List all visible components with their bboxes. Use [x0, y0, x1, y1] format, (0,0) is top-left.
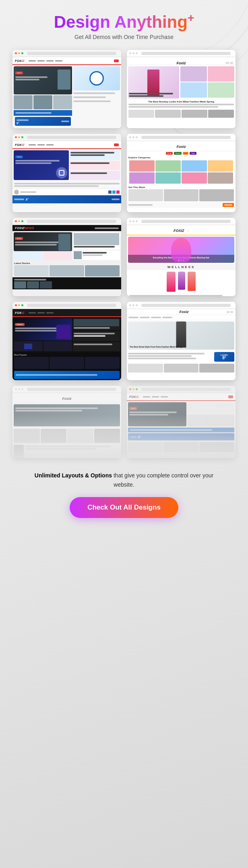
demo-card-9[interactable]: Foxiz — [12, 386, 121, 458]
g-cat: GAMING — [15, 323, 25, 326]
p-1 — [14, 357, 49, 369]
l-3 — [85, 265, 120, 276]
cat-nav: Food Travel Life Style — [127, 151, 236, 156]
dot-y — [132, 388, 134, 390]
product-image — [73, 66, 120, 90]
story-img — [58, 234, 70, 251]
side-article-1 — [70, 150, 120, 160]
category-badge: TECH — [15, 72, 23, 74]
thumb-3 — [53, 95, 72, 109]
hair-feature: Everything You Need to Know About Revers… — [128, 237, 234, 263]
nav-line — [95, 227, 119, 229]
wellness-section: WELLNESS — [127, 264, 236, 270]
cat: TECH — [15, 156, 23, 158]
icon-a — [227, 311, 229, 313]
brand-header: Foxiz — [127, 57, 236, 65]
product-2 — [178, 272, 185, 290]
thumb-2 — [33, 95, 52, 109]
dot-y — [18, 304, 20, 306]
fb-text — [25, 445, 120, 458]
headphone-icon — [89, 71, 104, 86]
dot-r — [15, 304, 17, 306]
demo-card-6[interactable]: FOXIZ ✦ Everything You Need to Know Abou… — [127, 218, 236, 296]
demo-card-2[interactable]: Foxiz — [127, 50, 236, 128]
hot-title: Hot This Week — [128, 186, 234, 188]
demo-card-10[interactable]: FOXIZ TECH — [127, 386, 236, 458]
brand: Foxiz — [176, 145, 186, 149]
bottom-info — [12, 181, 121, 188]
faded-logo: FOXIZ — [129, 395, 139, 399]
dot-r — [15, 136, 17, 138]
main-content: TECH — [12, 65, 121, 128]
gaming-main: GAMING — [14, 318, 72, 351]
caption-line-2 — [129, 95, 163, 97]
highlight-thumbs — [14, 281, 120, 289]
h-line-1 — [15, 160, 60, 162]
cta-button[interactable]: Check Out All Designs — [70, 497, 178, 518]
ht-1 — [14, 281, 26, 289]
hot-3 — [199, 189, 234, 201]
demo-card-5[interactable]: FOXIZNEWS NEWS — [12, 218, 121, 296]
demo-card-3[interactable]: FOXIZ TECH — [12, 134, 121, 212]
g-t-img-1 — [24, 344, 32, 349]
brand-name: Foxiz — [62, 397, 71, 401]
food-8 — [208, 172, 233, 184]
icon-b — [230, 311, 233, 313]
hero-card: TECH — [14, 150, 69, 180]
faded-tech-layout: TECH — [127, 401, 236, 428]
author-name — [20, 191, 36, 193]
dark-article-3 — [73, 342, 120, 351]
dot-3 — [136, 52, 138, 54]
bar — [141, 388, 231, 391]
food-6 — [155, 172, 181, 184]
weather-temp: 8° — [222, 356, 226, 360]
d2 — [132, 304, 134, 306]
story-hero: NEWS — [14, 232, 72, 251]
faded-nav: FOXIZ — [127, 393, 236, 401]
cat-4: Style — [190, 152, 196, 155]
fa-2 — [41, 429, 67, 443]
demo-card-4[interactable]: Foxiz Food Travel Life Style Explore Cat… — [127, 134, 236, 212]
dot-g — [21, 304, 23, 306]
nav-items — [27, 144, 55, 145]
latest-section: Latest Stories — [12, 261, 121, 277]
page-title: Design Anything+ — [54, 12, 194, 31]
food-7 — [182, 172, 207, 184]
side-img-2 — [74, 251, 82, 259]
card6-content: FOXIZ ✦ Everything You Need to Know Abou… — [127, 225, 236, 296]
bottom-thumbs — [127, 108, 236, 119]
cn-4 — [162, 317, 172, 318]
brand: Foxiz — [12, 393, 121, 403]
demo-card-1[interactable]: FOXIZ TECH — [12, 50, 121, 128]
cat: NEWS — [15, 237, 23, 240]
gallery-row-2 — [180, 82, 234, 98]
d2 — [132, 220, 134, 222]
a-line-2 — [70, 154, 105, 156]
demo-card-7[interactable]: FOXIZ GAMING — [12, 302, 121, 380]
model — [171, 238, 191, 262]
popular-section: Most Popular — [12, 352, 121, 370]
info-1 — [14, 183, 120, 184]
product-3 — [188, 272, 196, 291]
b-line-2 — [128, 355, 192, 357]
side-s-2 — [73, 250, 120, 260]
product-1 — [167, 272, 176, 292]
ht-2 — [27, 281, 39, 289]
cat-1: Food — [166, 152, 173, 155]
weather-temp: 8° — [17, 122, 29, 125]
bottom-thumb-1 — [128, 110, 154, 118]
card7-content: FOXIZ GAMING — [12, 309, 121, 380]
food-4 — [208, 160, 233, 172]
d1 — [15, 388, 17, 390]
windows-strip — [14, 371, 120, 379]
card2-content: Foxiz — [127, 57, 236, 128]
recent-strip — [127, 202, 236, 208]
demo-card-8[interactable]: Foxiz The — [127, 302, 236, 380]
article-line-3 — [73, 100, 111, 102]
gaming-thumbs — [14, 341, 72, 351]
windows-text — [16, 374, 97, 376]
product-row — [127, 270, 236, 293]
nav: FOXIZ — [12, 141, 121, 149]
location — [14, 199, 24, 200]
dot-g — [21, 220, 23, 222]
